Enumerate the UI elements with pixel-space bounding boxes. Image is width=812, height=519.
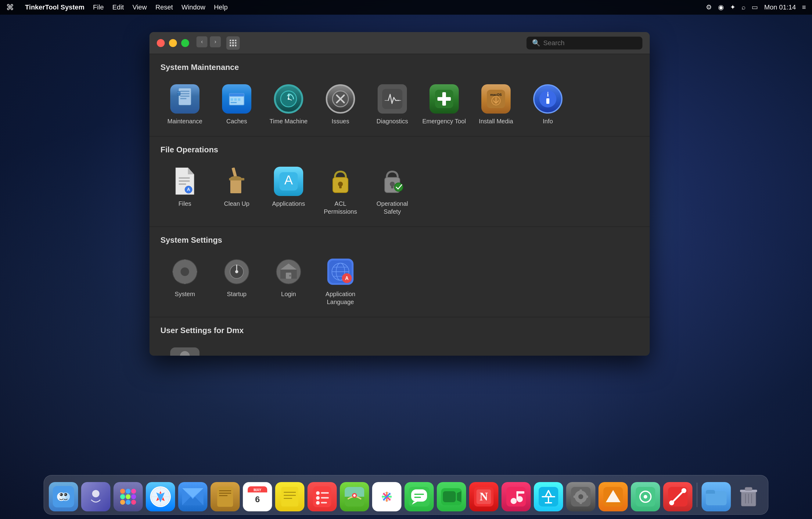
svg-point-51 bbox=[181, 268, 189, 276]
svg-rect-147 bbox=[506, 487, 526, 507]
item-maintenance[interactable]: Maintenance bbox=[161, 79, 209, 130]
dock-divider bbox=[697, 483, 697, 507]
svg-text:i: i bbox=[547, 90, 549, 98]
svg-rect-40 bbox=[229, 178, 244, 181]
dock-item-siri[interactable] bbox=[81, 482, 110, 511]
item-files[interactable]: A Files bbox=[161, 162, 209, 220]
startup-label: Startup bbox=[227, 290, 246, 298]
svg-point-90 bbox=[126, 489, 130, 494]
dock-item-notes[interactable] bbox=[275, 482, 304, 511]
item-application-language[interactable]: A Application Language bbox=[316, 252, 365, 311]
dock-item-trash[interactable] bbox=[734, 482, 763, 511]
menu-view[interactable]: View bbox=[133, 3, 147, 11]
item-system[interactable]: System bbox=[161, 252, 209, 311]
item-info[interactable]: i Info bbox=[523, 79, 572, 130]
minimize-button[interactable] bbox=[169, 39, 177, 47]
svg-rect-29 bbox=[546, 98, 549, 104]
menu-help[interactable]: Help bbox=[214, 3, 228, 11]
svg-rect-151 bbox=[516, 491, 524, 494]
svg-rect-111 bbox=[219, 493, 231, 494]
svg-rect-2 bbox=[180, 93, 190, 94]
search-input[interactable] bbox=[543, 39, 637, 47]
menubar-left: ⌘ TinkerTool System File Edit View Reset… bbox=[6, 3, 228, 12]
menu-edit[interactable]: Edit bbox=[112, 3, 124, 11]
svg-point-171 bbox=[682, 488, 686, 493]
item-applications[interactable]: A Applications bbox=[264, 162, 313, 220]
lastpass-icon[interactable]: ◉ bbox=[718, 3, 724, 11]
dock-item-safari[interactable] bbox=[146, 482, 175, 511]
item-clean-up[interactable]: Clean Up bbox=[212, 162, 261, 220]
svg-rect-177 bbox=[745, 487, 752, 490]
svg-text:N: N bbox=[480, 490, 488, 503]
item-issues[interactable]: Issues bbox=[316, 79, 365, 130]
svg-text:6: 6 bbox=[255, 495, 260, 504]
apple-menu[interactable]: ⌘ bbox=[6, 3, 14, 12]
search-bar[interactable]: 🔍 bbox=[526, 37, 642, 50]
svg-point-96 bbox=[126, 500, 130, 504]
menu-extras-icon[interactable]: ≡ bbox=[802, 3, 806, 11]
dock-item-red-app[interactable] bbox=[663, 482, 692, 511]
dock-item-mail[interactable] bbox=[178, 482, 207, 511]
item-user[interactable]: User bbox=[161, 343, 209, 356]
item-startup[interactable]: Startup bbox=[212, 252, 261, 311]
dock-item-news[interactable]: N bbox=[469, 482, 498, 511]
svg-rect-122 bbox=[313, 486, 331, 507]
dock-item-calendar[interactable]: MAY6 bbox=[243, 482, 272, 511]
dock-item-music[interactable] bbox=[501, 482, 531, 511]
svg-point-170 bbox=[669, 500, 674, 505]
svg-rect-174 bbox=[706, 491, 715, 494]
svg-rect-23 bbox=[437, 97, 451, 101]
svg-point-16 bbox=[288, 98, 289, 100]
dock-item-vibe[interactable] bbox=[599, 482, 628, 511]
forward-button[interactable]: › bbox=[210, 36, 221, 47]
dock-item-appstore[interactable] bbox=[534, 482, 563, 511]
dock-item-notefile[interactable] bbox=[210, 482, 240, 511]
svg-rect-161 bbox=[574, 495, 577, 498]
svg-rect-32 bbox=[179, 177, 190, 179]
menu-window[interactable]: Window bbox=[181, 3, 205, 11]
menu-file[interactable]: File bbox=[93, 3, 104, 11]
dock-item-facetime[interactable] bbox=[437, 482, 466, 511]
item-caches[interactable]: Caches bbox=[212, 79, 261, 130]
klokki-icon[interactable]: ✦ bbox=[730, 3, 735, 11]
dock-item-finder[interactable] bbox=[49, 482, 78, 511]
item-emergency-tool[interactable]: Emergency Tool bbox=[420, 79, 468, 130]
dock: MAY6 N bbox=[44, 475, 768, 515]
dock-item-folder[interactable] bbox=[702, 482, 731, 511]
svg-rect-124 bbox=[321, 492, 329, 494]
files-icon-display: A bbox=[170, 167, 200, 196]
item-time-machine[interactable]: Time Machine bbox=[264, 79, 313, 130]
dock-item-maps[interactable] bbox=[340, 482, 369, 511]
login-icon-display bbox=[274, 257, 303, 286]
item-acl-permissions[interactable]: ACL Permissions bbox=[316, 162, 365, 220]
dock-item-syspref[interactable] bbox=[566, 482, 596, 511]
section-title-user-settings: User Settings for Dmx bbox=[161, 326, 639, 335]
extension-icon[interactable]: ⚙ bbox=[706, 3, 712, 11]
grid-view-button[interactable] bbox=[226, 36, 240, 50]
app-name-menu[interactable]: TinkerTool System bbox=[25, 3, 85, 11]
item-install-media[interactable]: macOS Install Media bbox=[471, 79, 520, 130]
search-icon[interactable]: ⌕ bbox=[742, 3, 746, 11]
fullscreen-button[interactable] bbox=[181, 39, 189, 47]
dock-item-messages[interactable] bbox=[404, 482, 434, 511]
menubar: ⌘ TinkerTool System File Edit View Reset… bbox=[0, 0, 812, 15]
dock-item-scroll[interactable] bbox=[631, 482, 660, 511]
timemachine-label: Time Machine bbox=[270, 117, 308, 125]
dock-item-photos[interactable] bbox=[372, 482, 401, 511]
dock-item-launchpad[interactable] bbox=[114, 482, 143, 511]
dock-item-lists[interactable] bbox=[308, 482, 337, 511]
grid-icon bbox=[230, 40, 236, 47]
item-login[interactable]: Login bbox=[264, 252, 313, 311]
airplay-icon[interactable]: ▭ bbox=[752, 3, 758, 11]
svg-point-86 bbox=[60, 494, 61, 495]
svg-point-95 bbox=[120, 500, 125, 504]
item-diagnostics[interactable]: Diagnostics bbox=[368, 79, 417, 130]
svg-rect-160 bbox=[580, 500, 582, 504]
applications-label: Applications bbox=[272, 200, 305, 208]
menu-reset[interactable]: Reset bbox=[155, 3, 173, 11]
applang-icon-display: A bbox=[326, 257, 355, 286]
item-operational-safety[interactable]: Operational Safety bbox=[368, 162, 417, 220]
back-button[interactable]: ‹ bbox=[197, 36, 207, 47]
cleanup-icon-display bbox=[222, 167, 251, 196]
close-button[interactable] bbox=[157, 39, 165, 47]
